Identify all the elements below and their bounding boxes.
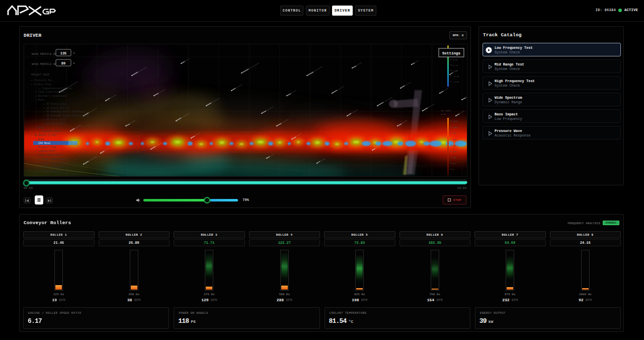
svg-text:-0.25: -0.25 [453, 76, 459, 78]
svg-text:▸ Liquid Form: ▸ Liquid Form [35, 150, 55, 153]
svg-text:PROJECT SHIP: PROJECT SHIP [31, 74, 49, 77]
svg-text:▸ 3D Average Force (Sliding): ▸ 3D Average Force (Sliding) [43, 110, 86, 113]
svg-text:▸ D Aero Flow: ▸ D Aero Flow [31, 83, 51, 86]
svg-text:WAVE PROFILE: WAVE PROFILE [32, 62, 52, 66]
svg-text:▸ Boundary Conditions: ▸ Boundary Conditions [35, 95, 67, 98]
svg-text:80: 80 [61, 61, 65, 65]
svg-text:CFD Mesh: CFD Mesh [38, 142, 50, 145]
svg-text:▸ Flow Temperature 2: ▸ Flow Temperature 2 [39, 162, 69, 165]
svg-text:▸ Body: ▸ Body [35, 138, 44, 141]
svg-text:0.25: 0.25 [453, 64, 458, 66]
svg-text:200: 200 [453, 151, 457, 153]
svg-text:-0.50: -0.50 [453, 81, 459, 83]
svg-text:Settings: Settings [442, 51, 461, 55]
svg-text:50: 50 [453, 163, 455, 165]
svg-text:135: 135 [60, 51, 67, 55]
svg-text:▸ 3D Bound (1.50): ▸ 3D Bound (1.50) [31, 134, 57, 137]
svg-text:▸ 3D Average Force (Sliding) 2: ▸ 3D Average Force (Sliding) 2 [43, 114, 89, 117]
svg-text:0.50: 0.50 [453, 59, 458, 61]
svg-text:WAVE PROFILE: WAVE PROFILE [32, 52, 52, 56]
svg-text:▸ 3D Force X(t) 2: ▸ 3D Force X(t) 2 [43, 107, 69, 110]
svg-text:▸ Project1.fbx: ▸ Project1.fbx [31, 79, 52, 82]
svg-text:▸ Flow Temperature 1: ▸ Flow Temperature 1 [39, 158, 69, 161]
svg-text:▸ Flow Compensation: ▸ Flow Compensation [35, 91, 64, 94]
svg-text:▸ Flow Temperature 3: ▸ Flow Temperature 3 [39, 166, 69, 169]
svg-text:▸ 3D Force P(t): ▸ 3D Force P(t) [43, 118, 66, 121]
svg-text:+: + [73, 61, 75, 65]
svg-text:▸ Mesh: ▸ Mesh [35, 99, 44, 102]
svg-text:400: 400 [453, 145, 457, 147]
svg-text:1000: 1000 [453, 126, 458, 128]
svg-text:800: 800 [453, 132, 457, 134]
svg-text:▸ Flow Temperature: ▸ Flow Temperature [35, 154, 62, 157]
svg-text:▸ Rear: ▸ Rear [35, 126, 44, 129]
svg-text:▸ Computational Domain: ▸ Computational Domain [39, 87, 72, 90]
svg-text:VEL MODE: VEL MODE [441, 110, 451, 112]
svg-text:▸ 3D Force A(t): ▸ 3D Force A(t) [43, 122, 66, 125]
svg-text:0.15: 0.15 [441, 113, 446, 115]
svg-text:600: 600 [453, 139, 457, 141]
svg-text:1200: 1200 [453, 120, 458, 122]
svg-text:0.00: 0.00 [453, 70, 458, 72]
svg-text:▸ Primary Flow: ▸ Primary Flow [35, 146, 56, 149]
svg-text:▸ 3D Force X(t): ▸ 3D Force X(t) [43, 103, 66, 106]
svg-text:▸ Contact Zone: ▸ Contact Zone [39, 130, 60, 133]
svg-text:▸ Flow Temperature 4: ▸ Flow Temperature 4 [39, 169, 69, 172]
svg-text:+: + [73, 51, 75, 55]
svg-text:100: 100 [453, 157, 457, 159]
